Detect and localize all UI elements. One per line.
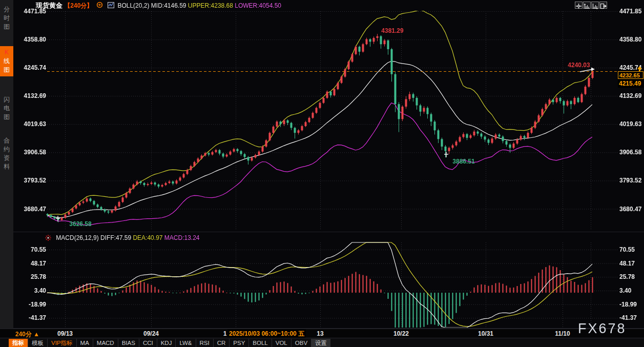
axis-label: 3793.52 [619,177,641,184]
toolbar-item-MACD[interactable]: MACD [93,339,118,347]
axis-label: -18.99 [619,301,637,308]
toolbar-item-OBV[interactable]: OBV [291,339,311,347]
axis-label: 3.40 [619,287,631,294]
date-label-10/22: 10/22 [393,330,409,337]
indicator-chart-icon[interactable] [108,2,114,10]
toolbar-item-KDJ[interactable]: KDJ [157,339,176,347]
boll-mid-value: MID:4146.59 [151,2,186,9]
axis-label: 70.55 [14,246,46,253]
annotation-start-low: 3626.58 [69,220,91,228]
macd-dea-value: DEA:40.97 [133,234,162,241]
sidebar-tab-1[interactable]: 分时图 [0,3,13,33]
boll-lower-value: LOWER:4054.50 [235,2,281,9]
current-price-tag: 4232.65 [618,71,643,79]
trading-app: 分时图K线图闪电图合约资料 现货黄金 【240分】 BOLL(20,2) MID… [0,0,644,347]
axis-label: 25.78 [619,273,635,280]
axis-label: 48.17 [14,260,46,267]
macd-diff-value: DIFF:47.59 [100,234,131,241]
axis-label: -41.37 [14,314,46,321]
chart-header: 现货黄金 【240分】 BOLL(20,2) MID:4146.59 UPPER… [36,1,281,10]
sidebar-tab-4[interactable]: 合约资料 [0,134,13,173]
axis-label: 4358.80 [619,36,641,43]
sidebar-tab-2[interactable]: K线图 [0,46,13,76]
boll-label: BOLL(20,2) [117,2,149,9]
axis-label: 3906.58 [619,149,641,156]
axis-label: 4471.85 [619,8,641,15]
axis-label: 4132.69 [14,92,46,99]
axis-label: 3680.47 [14,206,46,213]
axis-label: 48.17 [619,260,635,267]
sidebar-tab-3[interactable]: 闪电图 [0,93,13,124]
axis-label: 4019.63 [14,120,46,128]
axis-label: 3906.58 [14,149,46,156]
date-label-10/31: 10/31 [478,330,493,337]
scale-right-icon[interactable] [591,2,599,9]
macd-header: MACD(26,12,9) DIFF:47.59 DEA:40.97 MACD:… [45,234,200,242]
sidebar: 分时图K线图闪电图合约资料 [0,0,13,329]
toolbar-item-VOL[interactable]: VOL [272,339,291,347]
crosshair-icon[interactable] [575,2,583,9]
annotation-recent-high: 4240.03 [568,62,590,69]
date-label-13: 13 [317,330,323,337]
toolbar-item-MA[interactable]: MA [76,339,93,347]
toolbar-item-VIP指标[interactable]: VIP指标 [47,339,76,347]
compare-icon[interactable] [96,2,103,10]
macd-macd-value: MACD:13.24 [164,234,200,241]
toolbar-item-BIAS[interactable]: BIAS [118,339,139,347]
date-label-11/10: 11/10 [555,330,570,337]
secondary-price-tag: 4215.49 [618,79,643,88]
indicator-toolbar: 指标模板VIP指标MAMACDBIASCCIKDJLW&RSICRPSYBOLL… [0,338,644,347]
axis-label: 4019.63 [619,120,641,128]
annotation-swing-low: 3886.51 [452,158,474,165]
date-label-09/13: 09/13 [57,330,73,337]
toolbar-item-模板[interactable]: 模板 [28,339,47,347]
toolbar-item-PSY[interactable]: PSY [229,339,248,347]
bar-time-tooltip: 2025/10/03 06:00~10:00 五 [227,329,306,338]
scale-left-icon[interactable] [583,2,591,9]
macd-name: MACD(26,12,9) [56,234,98,241]
indicator-marker-icon[interactable] [45,235,51,242]
toolbar-item-LW&[interactable]: LW& [175,339,195,347]
axis-label: 3680.47 [619,206,641,213]
axis-label: 3.40 [14,287,46,294]
axis-label: 70.55 [619,246,635,253]
axis-label: 4471.85 [14,8,46,15]
axis-label: 4358.80 [14,36,46,43]
toolbar-item-BOLL[interactable]: BOLL [248,339,271,347]
toolbar-item-RSI[interactable]: RSI [196,339,213,347]
toolbar-item-设置[interactable]: 设置 [311,339,330,347]
toolbar-item-CCI[interactable]: CCI [139,339,157,347]
axis-label: -18.99 [14,301,46,308]
time-axis-row: 240分 ▲ 09/1309/2411310/2210/3111/10 2025… [0,329,644,338]
date-label-09/24: 09/24 [143,330,159,337]
axis-label: 4132.69 [619,92,641,99]
toolbar-item-指标[interactable]: 指标 [9,339,28,347]
watermark: FX678 [578,321,627,337]
date-label-1: 1 [223,330,227,337]
axis-label: 4245.74 [14,64,46,71]
axis-label: 3793.52 [14,177,46,184]
boll-upper-value: UPPER:4238.68 [188,2,233,9]
toolbar-item-CR[interactable]: CR [213,339,230,347]
annotation-peak-high: 4381.29 [381,27,403,34]
period-label[interactable]: 【240分】 [64,2,93,9]
page-forward-icon[interactable] [599,2,607,9]
axis-label: 25.78 [14,273,46,280]
price-chart-canvas[interactable] [0,0,644,329]
